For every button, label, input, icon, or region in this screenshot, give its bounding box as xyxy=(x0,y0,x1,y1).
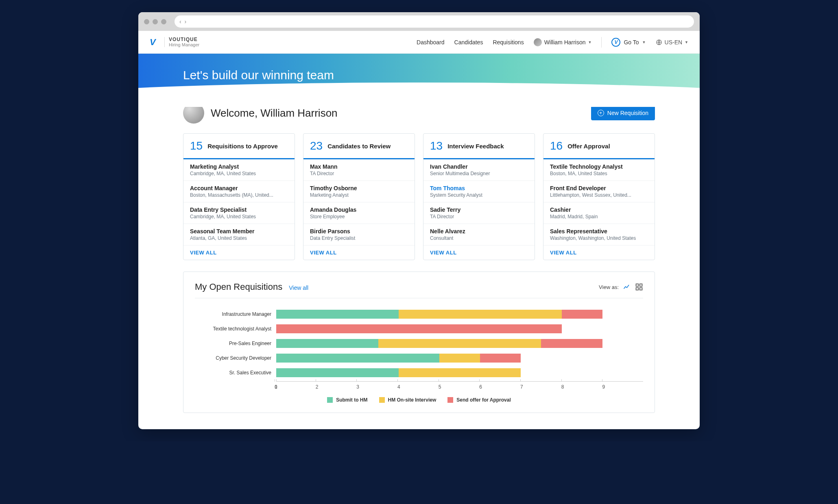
window-controls xyxy=(144,19,166,24)
item-title: Sales Representative xyxy=(550,228,648,235)
card-item[interactable]: Timothy Osborne Marketing Analyst xyxy=(303,181,415,202)
nav-requisitions[interactable]: Requisitions xyxy=(493,39,524,46)
logo[interactable]: V VOUTIQUE Hiring Manager xyxy=(150,37,199,48)
locale-menu[interactable]: US-EN ▼ xyxy=(656,39,688,46)
chart-bar[interactable] xyxy=(276,354,643,363)
item-subtitle: Boston, MA, United States xyxy=(550,171,648,176)
chart-segment xyxy=(378,339,541,348)
item-title: Sadie Terry xyxy=(430,206,528,213)
chevron-down-icon: ▼ xyxy=(642,40,646,44)
card-item[interactable]: Birdie Parsons Data Entry Specialist xyxy=(303,224,415,245)
card-item[interactable]: Ivan Chandler Senior Multimedia Designer xyxy=(423,159,535,181)
item-subtitle: Cambridge, MA, United States xyxy=(190,171,288,176)
chart-x-axis: 0123456789 xyxy=(276,381,643,390)
axis-tick: 7 xyxy=(520,382,561,390)
view-all-link[interactable]: VIEW ALL xyxy=(183,245,295,260)
item-subtitle: Store Employee xyxy=(310,214,408,219)
panel-title: My Open Requisitions xyxy=(195,282,282,292)
item-title: Amanda Douglas xyxy=(310,206,408,213)
item-title: Birdie Parsons xyxy=(310,228,408,235)
card-item[interactable]: Front End Developer Littlehampton, West … xyxy=(543,181,655,202)
card-title: Offer Approval xyxy=(567,143,610,150)
item-subtitle: Atlanta, GA, United States xyxy=(190,235,288,241)
card-item[interactable]: Tom Thomas System Security Analyst xyxy=(423,181,535,202)
nav-candidates[interactable]: Candidates xyxy=(454,39,483,46)
legend-swatch-icon xyxy=(379,397,385,403)
card-count: 16 xyxy=(550,139,563,152)
chart-row: Sr. Sales Executive xyxy=(195,367,643,379)
chart-segment xyxy=(562,310,602,319)
item-subtitle: Marketing Analyst xyxy=(310,192,408,198)
card-title: Candidates to Review xyxy=(327,143,391,150)
new-requisition-label: New Requisition xyxy=(607,110,648,116)
chart-bar[interactable] xyxy=(276,324,643,333)
locale-label: US-EN xyxy=(665,39,683,46)
close-dot[interactable] xyxy=(144,19,149,24)
chart-row: Pre-Sales Engineer xyxy=(195,337,643,350)
logo-mark-icon: V xyxy=(150,37,160,48)
view-all-link[interactable]: VIEW ALL xyxy=(543,245,655,260)
panel-view-all-link[interactable]: View all xyxy=(289,285,308,291)
maximize-dot[interactable] xyxy=(161,19,166,24)
new-requisition-button[interactable]: + New Requisition xyxy=(591,106,655,120)
card-item[interactable]: Nelle Alvarez Consultant xyxy=(423,224,535,245)
svg-rect-3 xyxy=(636,288,639,290)
avatar-icon xyxy=(534,38,542,46)
svg-rect-4 xyxy=(640,288,642,290)
item-title: Max Mann xyxy=(310,163,408,170)
card-item[interactable]: Textile Technology Analyst Boston, MA, U… xyxy=(543,159,655,181)
svg-rect-2 xyxy=(640,284,642,287)
open-requisitions-panel: My Open Requisitions View all View as: I… xyxy=(183,272,655,413)
card-item[interactable]: Max Mann TA Director xyxy=(303,159,415,181)
item-title: Seasonal Team Member xyxy=(190,228,288,235)
nav-dashboard[interactable]: Dashboard xyxy=(417,39,445,46)
goto-label: Go To xyxy=(624,39,639,46)
axis-tick: 9 xyxy=(602,382,643,390)
nav-back-forward-icon[interactable]: ‹ › xyxy=(179,18,187,25)
item-title: Timothy Osborne xyxy=(310,185,408,191)
chart-row: Infrastructure Manager xyxy=(195,308,643,320)
card-item[interactable]: Sadie Terry TA Director xyxy=(423,202,535,224)
axis-tick: 2 xyxy=(316,382,357,390)
card-item[interactable]: Data Entry Specialist Cambridge, MA, Uni… xyxy=(183,202,295,224)
card-item[interactable]: Cashier Madrid, Madrid, Spain xyxy=(543,202,655,224)
card-item[interactable]: Marketing Analyst Cambridge, MA, United … xyxy=(183,159,295,181)
chart-segment xyxy=(276,324,562,333)
card-item[interactable]: Account Manager Boston, Massachusetts (M… xyxy=(183,181,295,202)
item-subtitle: Consultant xyxy=(430,235,528,241)
legend-label: HM On-site Interview xyxy=(388,397,436,403)
user-menu[interactable]: William Harrison ▼ xyxy=(534,38,592,46)
summary-card: 23 Candidates to ReviewMax Mann TA Direc… xyxy=(303,133,415,260)
view-all-link[interactable]: VIEW ALL xyxy=(303,245,415,260)
chart-segment xyxy=(399,310,562,319)
chart-bar[interactable] xyxy=(276,368,643,377)
grid-view-icon[interactable] xyxy=(635,283,643,291)
chart-legend: Submit to HMHM On-site InterviewSend off… xyxy=(195,397,643,403)
card-item[interactable]: Seasonal Team Member Atlanta, GA, United… xyxy=(183,224,295,245)
chart-bar[interactable] xyxy=(276,339,643,348)
card-item[interactable]: Sales Representative Washington, Washing… xyxy=(543,224,655,245)
chevron-down-icon: ▼ xyxy=(685,40,688,44)
view-all-link[interactable]: VIEW ALL xyxy=(423,245,535,260)
chart-view-icon[interactable] xyxy=(623,283,631,291)
card-item[interactable]: Amanda Douglas Store Employee xyxy=(303,202,415,224)
item-subtitle: Senior Multimedia Designer xyxy=(430,171,528,176)
axis-tick: 1 xyxy=(275,382,316,390)
item-title: Nelle Alvarez xyxy=(430,228,528,235)
item-subtitle: TA Director xyxy=(430,214,528,219)
minimize-dot[interactable] xyxy=(153,19,158,24)
brand-subtitle: Hiring Manager xyxy=(169,43,199,47)
item-subtitle: Madrid, Madrid, Spain xyxy=(550,214,648,219)
user-name: William Harrison xyxy=(544,39,586,46)
card-count: 15 xyxy=(190,139,203,152)
card-count: 13 xyxy=(430,139,443,152)
goto-menu[interactable]: V Go To ▼ xyxy=(611,38,646,47)
chart-category-label: Infrastructure Manager xyxy=(195,311,276,317)
url-bar[interactable]: ‹ › xyxy=(175,15,694,28)
view-as-controls: View as: xyxy=(599,283,643,291)
brand-name: VOUTIQUE xyxy=(169,37,199,42)
item-title: Front End Developer xyxy=(550,185,648,191)
chart-bar[interactable] xyxy=(276,310,643,319)
item-subtitle: Cambridge, MA, United States xyxy=(190,214,288,219)
chart-segment xyxy=(541,339,602,348)
